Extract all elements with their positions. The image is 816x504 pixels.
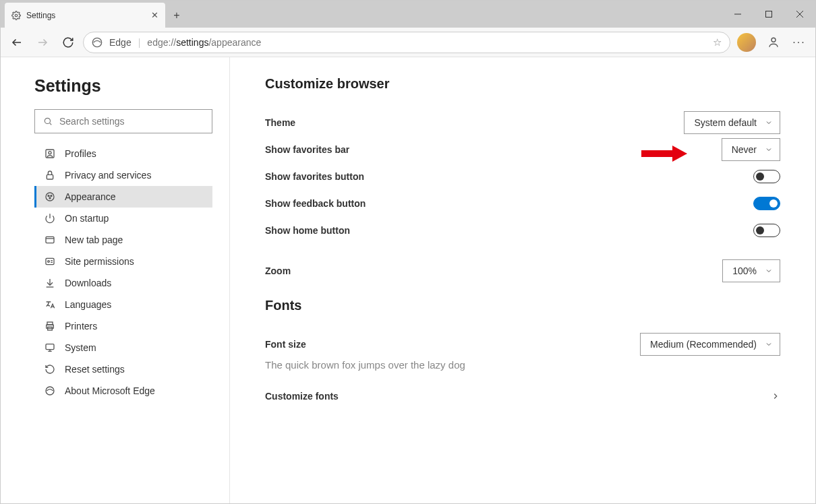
printer-icon bbox=[45, 321, 55, 332]
settings-search-input[interactable]: Search settings bbox=[34, 109, 212, 133]
svg-rect-13 bbox=[47, 175, 53, 179]
address-protocol-label: Edge bbox=[109, 37, 132, 48]
profile-icon bbox=[45, 148, 55, 159]
settings-content: Customize browser Theme System default S… bbox=[230, 57, 815, 503]
page-content: Settings Search settings Profiles Privac… bbox=[1, 57, 815, 503]
address-url: edge://settings/appearance bbox=[147, 37, 261, 48]
home-button-label: Show home button bbox=[265, 225, 350, 236]
zoom-label: Zoom bbox=[265, 265, 291, 276]
sidebar-item-startup[interactable]: On startup bbox=[34, 208, 212, 229]
tab-close-icon[interactable]: ✕ bbox=[151, 10, 158, 20]
section-fonts-title: Fonts bbox=[265, 298, 780, 313]
feedback-button-label: Show feedback button bbox=[265, 198, 366, 209]
tab-title: Settings bbox=[26, 11, 55, 20]
permissions-icon bbox=[45, 256, 55, 267]
sidebar-item-about[interactable]: About Microsoft Edge bbox=[34, 380, 212, 402]
theme-select[interactable]: System default bbox=[684, 111, 780, 134]
favorite-star-icon[interactable]: ☆ bbox=[713, 36, 722, 49]
edge-logo-icon bbox=[92, 37, 103, 48]
back-button[interactable] bbox=[6, 32, 28, 53]
window-title-bar: Settings ✕ + bbox=[1, 1, 815, 28]
font-size-label: Font size bbox=[265, 339, 306, 350]
sidebar-item-newtab[interactable]: New tab page bbox=[34, 229, 212, 251]
language-icon bbox=[45, 299, 55, 310]
chevron-right-icon bbox=[771, 391, 780, 401]
customize-fonts-row[interactable]: Customize fonts bbox=[265, 383, 780, 410]
browser-toolbar: Edge | edge://settings/appearance ☆ ··· bbox=[1, 28, 815, 57]
sidebar-item-privacy[interactable]: Privacy and services bbox=[34, 164, 212, 186]
appearance-icon bbox=[45, 191, 55, 202]
svg-point-14 bbox=[46, 193, 54, 201]
section-customize-title: Customize browser bbox=[265, 76, 780, 92]
gear-icon bbox=[11, 11, 21, 20]
svg-rect-2 bbox=[766, 11, 772, 18]
chevron-down-icon bbox=[765, 119, 773, 127]
svg-rect-19 bbox=[46, 237, 54, 243]
svg-point-12 bbox=[49, 152, 51, 154]
sidebar-item-profiles[interactable]: Profiles bbox=[34, 143, 212, 164]
theme-label: Theme bbox=[265, 117, 295, 128]
chevron-down-icon bbox=[765, 146, 773, 154]
edge-icon bbox=[45, 385, 55, 396]
favorites-button-label: Show favorites button bbox=[265, 171, 364, 182]
download-icon bbox=[45, 278, 55, 288]
profile-avatar[interactable] bbox=[737, 33, 756, 52]
zoom-select[interactable]: 100% bbox=[722, 259, 780, 282]
sidebar-item-languages[interactable]: Languages bbox=[34, 294, 212, 315]
sidebar-item-downloads[interactable]: Downloads bbox=[34, 272, 212, 294]
svg-rect-30 bbox=[46, 344, 54, 350]
svg-line-10 bbox=[50, 123, 52, 125]
chevron-down-icon bbox=[765, 340, 773, 348]
new-tab-button[interactable]: + bbox=[165, 3, 188, 28]
sidebar-item-reset[interactable]: Reset settings bbox=[34, 358, 212, 380]
svg-point-15 bbox=[48, 195, 49, 197]
favorites-bar-select[interactable]: Never bbox=[722, 138, 780, 161]
svg-point-17 bbox=[49, 197, 51, 199]
settings-sidebar: Settings Search settings Profiles Privac… bbox=[1, 57, 230, 503]
chevron-down-icon bbox=[765, 267, 773, 275]
feedback-button-toggle[interactable] bbox=[753, 197, 780, 210]
feedback-icon[interactable] bbox=[763, 32, 784, 53]
svg-point-22 bbox=[48, 261, 50, 263]
system-icon bbox=[45, 342, 55, 353]
home-button-toggle[interactable] bbox=[753, 224, 780, 237]
favorites-bar-label: Show favorites bar bbox=[265, 144, 349, 155]
maximize-button[interactable] bbox=[753, 1, 784, 28]
svg-point-9 bbox=[45, 118, 50, 123]
svg-point-16 bbox=[51, 195, 52, 197]
browser-tab[interactable]: Settings ✕ bbox=[5, 3, 165, 28]
svg-point-0 bbox=[15, 14, 18, 17]
forward-button[interactable] bbox=[32, 32, 53, 53]
address-bar[interactable]: Edge | edge://settings/appearance ☆ bbox=[83, 32, 730, 53]
search-icon bbox=[43, 117, 53, 126]
favorites-button-toggle[interactable] bbox=[753, 170, 780, 183]
settings-title: Settings bbox=[34, 76, 214, 96]
more-menu-button[interactable]: ··· bbox=[788, 36, 810, 49]
newtab-icon bbox=[45, 234, 55, 245]
refresh-button[interactable] bbox=[57, 32, 79, 53]
sidebar-item-site-permissions[interactable]: Site permissions bbox=[34, 251, 212, 272]
font-sample-text: The quick brown fox jumps over the lazy … bbox=[265, 359, 780, 371]
reset-icon bbox=[45, 364, 55, 375]
sidebar-item-system[interactable]: System bbox=[34, 337, 212, 358]
sidebar-item-printers[interactable]: Printers bbox=[34, 315, 212, 337]
sidebar-item-appearance[interactable]: Appearance bbox=[34, 186, 212, 208]
font-size-select[interactable]: Medium (Recommended) bbox=[640, 333, 780, 356]
close-window-button[interactable] bbox=[784, 1, 815, 28]
svg-point-8 bbox=[771, 38, 776, 42]
power-icon bbox=[45, 213, 55, 224]
lock-icon bbox=[45, 170, 55, 181]
minimize-button[interactable] bbox=[722, 1, 753, 28]
